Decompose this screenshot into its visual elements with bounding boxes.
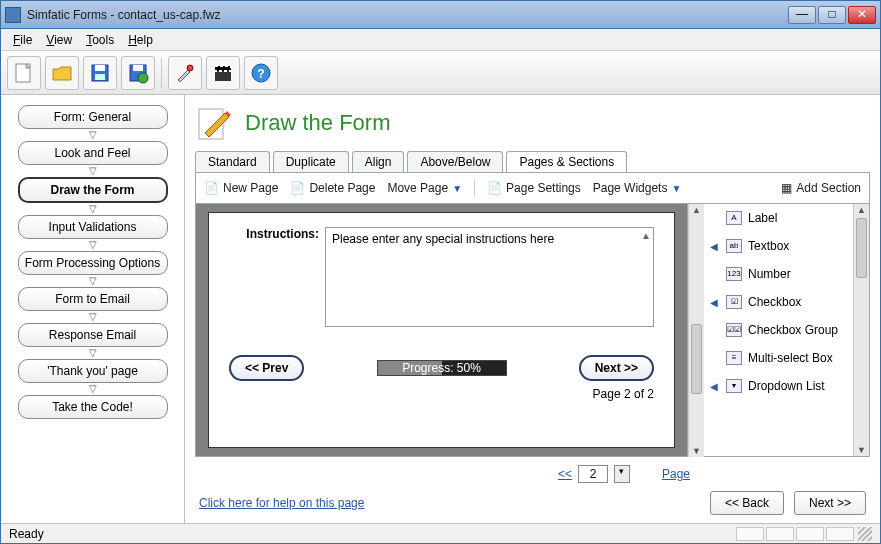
step-input-validations[interactable]: Input Validations: [18, 215, 168, 239]
palette-label: Textbox: [748, 239, 789, 253]
form-next-button[interactable]: Next >>: [579, 355, 654, 381]
help-button[interactable]: ?: [244, 56, 278, 90]
step-take-the-code[interactable]: Take the Code!: [18, 395, 168, 419]
form-prev-button[interactable]: << Prev: [229, 355, 304, 381]
instructions-textarea[interactable]: Please enter any special instructions he…: [325, 227, 654, 327]
menu-help[interactable]: Help: [122, 31, 159, 49]
canvas-scrollbar[interactable]: ▲ ▼: [688, 204, 704, 457]
settings-icon: 📄: [487, 181, 502, 195]
form-canvas[interactable]: Instructions: Please enter any special i…: [208, 212, 675, 448]
main-toolbar: ?: [1, 51, 880, 95]
close-button[interactable]: ✕: [848, 6, 876, 24]
checkbox-icon: ☑: [726, 295, 742, 309]
status-bar: Ready: [1, 523, 880, 543]
tab-row: Standard Duplicate Align Above/Below Pag…: [185, 151, 880, 172]
menu-tools[interactable]: Tools: [80, 31, 120, 49]
help-link[interactable]: Click here for help on this page: [199, 496, 364, 510]
add-section-button[interactable]: ▦Add Section: [781, 181, 861, 195]
tab-duplicate[interactable]: Duplicate: [273, 151, 349, 172]
tab-standard[interactable]: Standard: [195, 151, 270, 172]
svg-rect-8: [215, 70, 231, 81]
maximize-button[interactable]: □: [818, 6, 846, 24]
wizard-back-button[interactable]: << Back: [710, 491, 784, 515]
expand-icon[interactable]: ◀: [710, 241, 720, 252]
step-arrow: ▽: [89, 277, 97, 285]
step-thank-you-page[interactable]: 'Thank you' page: [18, 359, 168, 383]
palette-label: Checkbox: [748, 295, 801, 309]
palette-label: Number: [748, 267, 791, 281]
progress-text: Progress: 50%: [378, 361, 506, 375]
step-look-and-feel[interactable]: Look and Feel: [18, 141, 168, 165]
canvas-wrap: Instructions: Please enter any special i…: [195, 204, 870, 457]
checkbox-group-icon: ☑☑: [726, 323, 742, 337]
palette-item-textbox[interactable]: ◀abTextbox: [708, 238, 849, 254]
scroll-up-icon[interactable]: ▲: [854, 205, 869, 215]
page-number-input[interactable]: 2: [578, 465, 608, 483]
draw-form-icon: [195, 103, 235, 143]
step-form-general[interactable]: Form: General: [18, 105, 168, 129]
palette-item-number[interactable]: 123Number: [708, 266, 849, 282]
new-page-label: New Page: [223, 181, 278, 195]
tab-pages-sections[interactable]: Pages & Sections: [506, 151, 627, 172]
save-as-button[interactable]: [121, 56, 155, 90]
expand-icon[interactable]: ◀: [710, 297, 720, 308]
new-page-button[interactable]: 📄New Page: [204, 181, 278, 195]
app-window: Simfatic Forms - contact_us-cap.fwz — □ …: [0, 0, 881, 544]
step-form-to-email[interactable]: Form to Email: [18, 287, 168, 311]
progress-widget[interactable]: Progress: 50%: [377, 360, 507, 376]
page-link[interactable]: Page: [662, 467, 690, 481]
multiselect-icon: ≡: [726, 351, 742, 365]
palette-item-multiselect[interactable]: ≡Multi-select Box: [708, 350, 849, 366]
form-nav-row: << Prev Progress: 50% Next >>: [229, 355, 654, 381]
status-cells: [736, 527, 854, 541]
scroll-up-icon[interactable]: ▲: [641, 230, 651, 241]
content-area: Form: General ▽ Look and Feel ▽ Draw the…: [1, 95, 880, 523]
settings-button[interactable]: [168, 56, 202, 90]
expand-icon[interactable]: ◀: [710, 381, 720, 392]
scroll-up-icon[interactable]: ▲: [689, 205, 704, 215]
step-draw-the-form[interactable]: Draw the Form: [18, 177, 168, 203]
move-page-label: Move Page: [387, 181, 448, 195]
title-bar: Simfatic Forms - contact_us-cap.fwz — □ …: [1, 1, 880, 29]
menu-file[interactable]: File: [7, 31, 38, 49]
palette-item-label[interactable]: ALabel: [708, 210, 849, 226]
open-file-button[interactable]: [45, 56, 79, 90]
palette-scrollbar[interactable]: ▲ ▼: [853, 204, 869, 456]
step-arrow: ▽: [89, 385, 97, 393]
resize-grip[interactable]: [858, 527, 872, 541]
new-file-button[interactable]: [7, 56, 41, 90]
menu-view[interactable]: View: [40, 31, 78, 49]
palette-label: Checkbox Group: [748, 323, 838, 337]
scroll-down-icon[interactable]: ▼: [689, 446, 704, 456]
delete-page-button[interactable]: 📄Delete Page: [290, 181, 375, 195]
window-title: Simfatic Forms - contact_us-cap.fwz: [27, 8, 788, 22]
status-cell: [766, 527, 794, 541]
app-icon: [5, 7, 21, 23]
palette-item-dropdown[interactable]: ◀▾Dropdown List: [708, 378, 849, 394]
scroll-thumb[interactable]: [856, 218, 867, 278]
palette-item-checkbox[interactable]: ◀☑Checkbox: [708, 294, 849, 310]
step-form-processing-options[interactable]: Form Processing Options: [18, 251, 168, 275]
wizard-next-button[interactable]: Next >>: [794, 491, 866, 515]
palette-item-checkbox-group[interactable]: ☑☑Checkbox Group: [708, 322, 849, 338]
step-arrow: ▽: [89, 349, 97, 357]
minimize-button[interactable]: —: [788, 6, 816, 24]
move-page-button[interactable]: Move Page▼: [387, 181, 462, 195]
tab-align[interactable]: Align: [352, 151, 405, 172]
tab-above-below[interactable]: Above/Below: [407, 151, 503, 172]
palette-list: ALabel ◀abTextbox 123Number ◀☑Checkbox ☑…: [704, 204, 853, 456]
page-widgets-button[interactable]: Page Widgets▼: [593, 181, 682, 195]
page-spinner[interactable]: ▾: [614, 465, 630, 483]
clapper-button[interactable]: [206, 56, 240, 90]
step-response-email[interactable]: Response Email: [18, 323, 168, 347]
page-header: Draw the Form: [185, 95, 880, 145]
svg-text:?: ?: [257, 67, 264, 81]
scroll-thumb[interactable]: [691, 324, 702, 394]
pager-rewind[interactable]: <<: [558, 467, 572, 481]
pages-toolbar: 📄New Page 📄Delete Page Move Page▼ 📄Page …: [195, 172, 870, 204]
save-button[interactable]: [83, 56, 117, 90]
page-settings-label: Page Settings: [506, 181, 581, 195]
scroll-down-icon[interactable]: ▼: [854, 445, 869, 455]
page-settings-button[interactable]: 📄Page Settings: [487, 181, 581, 195]
design-area[interactable]: Instructions: Please enter any special i…: [195, 204, 688, 457]
